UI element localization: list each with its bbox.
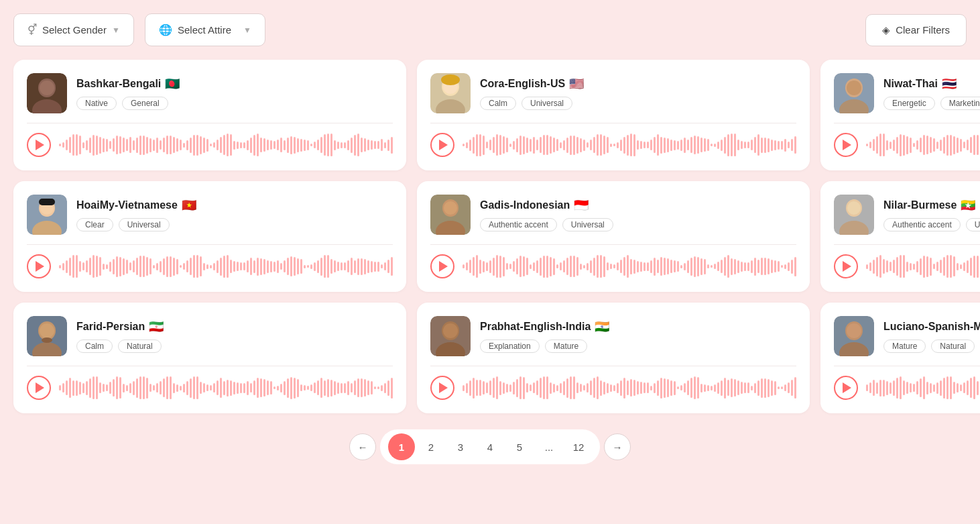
wave-bar	[573, 136, 575, 155]
wave-bar	[687, 380, 689, 395]
wave-bar	[546, 256, 548, 278]
wave-bar	[113, 259, 115, 274]
wave-bar	[377, 141, 379, 149]
wave-bar	[774, 381, 776, 395]
wave-bar	[72, 380, 74, 396]
divider	[430, 366, 796, 366]
play-button[interactable]	[27, 133, 51, 157]
wave-bar	[943, 378, 945, 399]
wave-bar	[630, 259, 632, 274]
wave-bar	[377, 386, 379, 389]
card-info: Luciano-Spanish-Mexico 🇲🇽 MatureNatural	[883, 319, 980, 353]
wave-bar	[69, 258, 71, 276]
card-name: Bashkar-Bengali 🇧🇩	[76, 76, 393, 91]
wave-bar	[778, 386, 780, 389]
play-button[interactable]	[834, 376, 858, 400]
wave-bar	[973, 376, 975, 399]
wave-bar	[233, 141, 235, 150]
wave-bar	[781, 141, 783, 150]
wave-bar	[550, 382, 552, 394]
wave-bar	[126, 260, 128, 274]
tag: Mature	[545, 339, 587, 353]
wave-bar	[757, 134, 759, 156]
play-button[interactable]	[834, 254, 858, 278]
wave-bar	[761, 138, 763, 153]
play-button[interactable]	[27, 376, 51, 400]
wave-bar	[724, 257, 726, 276]
wave-bar	[250, 383, 252, 392]
page-12-button[interactable]: 12	[565, 433, 592, 460]
wave-bar	[79, 382, 81, 395]
page-4-button[interactable]: 4	[477, 433, 503, 460]
play-button[interactable]	[430, 376, 454, 400]
page-3-button[interactable]: 3	[447, 433, 474, 460]
wave-bar	[273, 141, 275, 149]
wave-bar	[260, 138, 262, 152]
page-1-button[interactable]: 1	[388, 433, 415, 460]
divider	[834, 123, 980, 123]
wave-bar	[607, 383, 609, 393]
play-button[interactable]	[27, 254, 51, 278]
play-button[interactable]	[430, 254, 454, 278]
prev-page-button[interactable]: ←	[349, 433, 376, 460]
wave-bar	[866, 384, 868, 391]
wave-bar	[920, 378, 922, 397]
wave-bar	[677, 386, 679, 389]
page-5-button[interactable]: 5	[506, 433, 533, 460]
wave-bar	[903, 255, 905, 278]
wave-bar	[253, 135, 255, 156]
clear-filters-button[interactable]: ◈ Clear Filters	[865, 14, 967, 46]
wave-bar	[166, 256, 168, 277]
wave-bar	[781, 265, 783, 268]
wave-bar	[136, 378, 138, 398]
wave-bar	[103, 264, 105, 270]
select-gender-dropdown[interactable]: ⚥ Select Gender ▼	[13, 13, 134, 46]
wave-bar	[967, 380, 969, 395]
wave-bar	[647, 142, 649, 148]
wave-bar	[523, 377, 525, 399]
wave-bar	[650, 140, 652, 150]
wave-bar	[496, 376, 498, 399]
card-name: Nilar-Burmese 🇲🇲	[883, 198, 980, 213]
wave-bar	[463, 144, 465, 146]
wave-bar	[170, 136, 172, 154]
wave-bar	[536, 140, 538, 150]
wave-bar	[724, 378, 726, 399]
wave-bar	[126, 385, 128, 391]
voice-name: Prabhat-English-India	[480, 321, 591, 333]
wave-bar	[757, 380, 759, 396]
wave-bar	[227, 134, 229, 156]
wave-bar	[560, 142, 562, 148]
wave-bar	[133, 381, 135, 395]
wave-bar	[374, 262, 376, 272]
wave-bar	[627, 380, 629, 395]
wave-bar	[768, 258, 770, 274]
wave-bar	[240, 383, 242, 393]
wave-bar	[583, 385, 585, 390]
page-2-button[interactable]: 2	[418, 433, 444, 460]
select-attire-dropdown[interactable]: 🌐 Select Attire ▼	[145, 13, 265, 46]
wave-bar	[970, 378, 972, 398]
wave-bar	[926, 256, 928, 277]
wave-bar	[324, 380, 326, 396]
wave-bar	[754, 137, 756, 153]
wave-bar	[374, 386, 376, 389]
wave-bar	[183, 143, 185, 148]
wave-bar	[509, 144, 511, 147]
wave-bar	[781, 386, 783, 389]
play-icon	[36, 140, 44, 150]
wave-bar	[341, 142, 343, 148]
wave-bar	[896, 378, 898, 399]
wave-bar	[677, 261, 679, 272]
wave-bar	[200, 136, 202, 154]
play-button[interactable]	[430, 133, 454, 157]
wave-bar	[270, 381, 272, 395]
next-page-button[interactable]: →	[604, 433, 631, 460]
wave-bar	[866, 264, 868, 269]
wave-bar	[570, 376, 572, 399]
wave-bar	[200, 382, 202, 394]
wave-bar	[109, 382, 111, 394]
play-button[interactable]	[834, 133, 858, 157]
wave-bar	[503, 257, 505, 276]
wave-bar	[566, 138, 568, 153]
